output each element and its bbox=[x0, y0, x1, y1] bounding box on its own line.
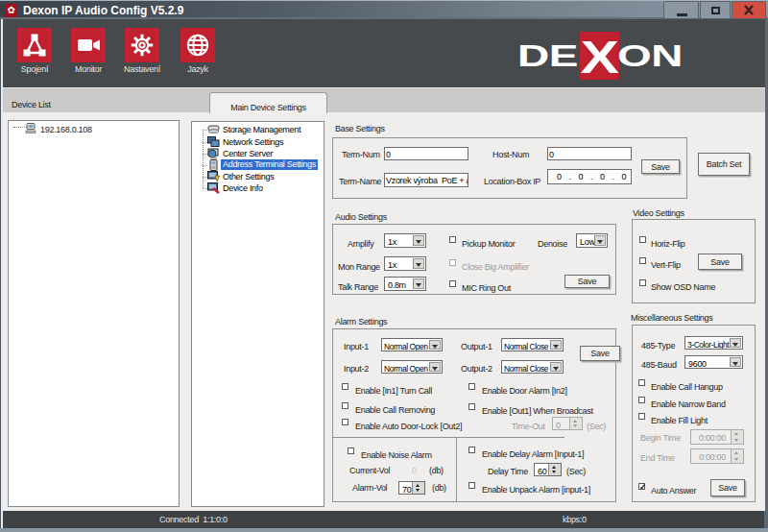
svg-text:DE: DE bbox=[517, 38, 578, 73]
svg-text:ON: ON bbox=[617, 38, 683, 73]
svg-text:X: X bbox=[581, 32, 619, 83]
